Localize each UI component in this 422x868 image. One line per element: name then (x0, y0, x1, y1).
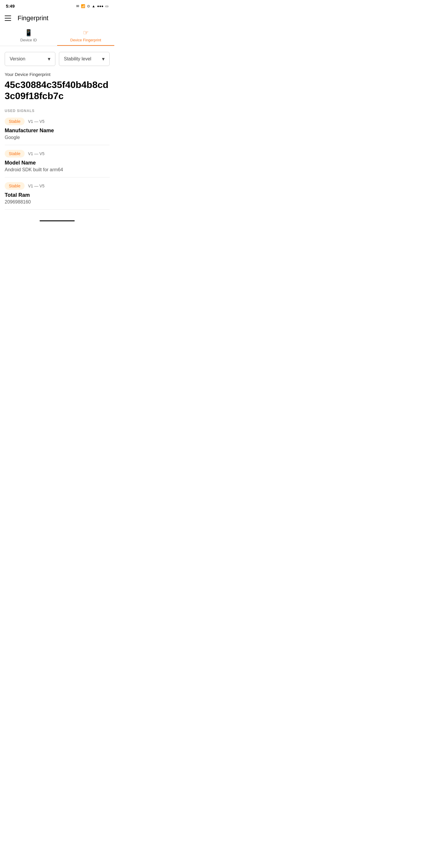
device-fingerprint-icon: ☞ (83, 29, 89, 37)
stability-chevron-icon: ▾ (102, 56, 105, 62)
tab-device-fingerprint-label: Device Fingerprint (70, 38, 101, 42)
stability-filter[interactable]: Stability level ▾ (59, 52, 109, 66)
hamburger-line-3 (5, 20, 11, 21)
mail-icon: ✉ (76, 4, 79, 8)
signal-name-3: Total Ram (5, 192, 109, 198)
content-area: Your Device Fingerprint 45c30884c35f40b4… (0, 72, 114, 210)
signal-name-2: Model Name (5, 160, 109, 166)
tab-bar: 📱 Device ID ☞ Device Fingerprint (0, 26, 114, 46)
version-badge-3: V1 — V5 (28, 184, 44, 188)
tab-device-fingerprint[interactable]: ☞ Device Fingerprint (57, 26, 114, 46)
divider-2 (5, 177, 109, 178)
stable-badge-3: Stable (5, 182, 25, 190)
wifi-icon: ▲ (92, 4, 95, 8)
version-badge-1: V1 — V5 (28, 119, 44, 124)
version-badge-2: V1 — V5 (28, 151, 44, 156)
top-bar: Fingerprint (0, 11, 114, 26)
version-filter[interactable]: Version ▾ (5, 52, 55, 66)
stable-badge-2: Stable (5, 150, 25, 157)
status-bar: 5:49 ✉ 📶 ⊙ ▲ ●●● ▭ (0, 0, 114, 11)
version-chevron-icon: ▾ (48, 56, 51, 62)
screenshot-icon: ⊙ (87, 4, 90, 8)
stable-badge-1: Stable (5, 118, 25, 125)
signal-badges-1: Stable V1 — V5 (5, 118, 109, 125)
divider-1 (5, 145, 109, 145)
stability-filter-label: Stability level (64, 56, 91, 62)
signal-value-3: 2096988160 (5, 199, 109, 205)
fingerprint-section: Your Device Fingerprint 45c30884c35f40b4… (5, 72, 109, 102)
divider-3 (5, 209, 109, 210)
status-icons: ✉ 📶 ⊙ ▲ ●●● ▭ (76, 4, 108, 8)
tab-device-id-label: Device ID (20, 38, 37, 42)
signal-card-ram: Stable V1 — V5 Total Ram 2096988160 (5, 182, 109, 205)
signal-icon: ●●● (97, 4, 103, 8)
used-signals-header: USED SIGNALS (5, 109, 109, 113)
hamburger-line-1 (5, 16, 11, 16)
filter-row: Version ▾ Stability level ▾ (0, 46, 114, 72)
device-id-icon: 📱 (25, 29, 33, 37)
signal-value-1: Google (5, 135, 109, 140)
signal-name-1: Manufacturer Name (5, 128, 109, 134)
tab-device-id[interactable]: 📱 Device ID (0, 26, 57, 46)
signal-value-2: Android SDK built for arm64 (5, 167, 109, 173)
bottom-indicator (0, 216, 114, 226)
hamburger-line-2 (5, 18, 11, 19)
sim-icon: 📶 (81, 4, 85, 8)
version-filter-label: Version (10, 56, 25, 62)
signal-badges-2: Stable V1 — V5 (5, 150, 109, 157)
signal-badges-3: Stable V1 — V5 (5, 182, 109, 190)
bottom-bar (39, 220, 75, 221)
menu-button[interactable] (5, 15, 12, 22)
signal-card-model: Stable V1 — V5 Model Name Android SDK bu… (5, 150, 109, 173)
fingerprint-label: Your Device Fingerprint (5, 72, 109, 77)
battery-icon: ▭ (105, 4, 108, 8)
signal-card-manufacturer: Stable V1 — V5 Manufacturer Name Google (5, 118, 109, 140)
page-title: Fingerprint (18, 14, 48, 22)
fingerprint-value: 45c30884c35f40b4b8cd3c09f18fcb7c (5, 79, 109, 102)
status-time: 5:49 (6, 3, 15, 8)
